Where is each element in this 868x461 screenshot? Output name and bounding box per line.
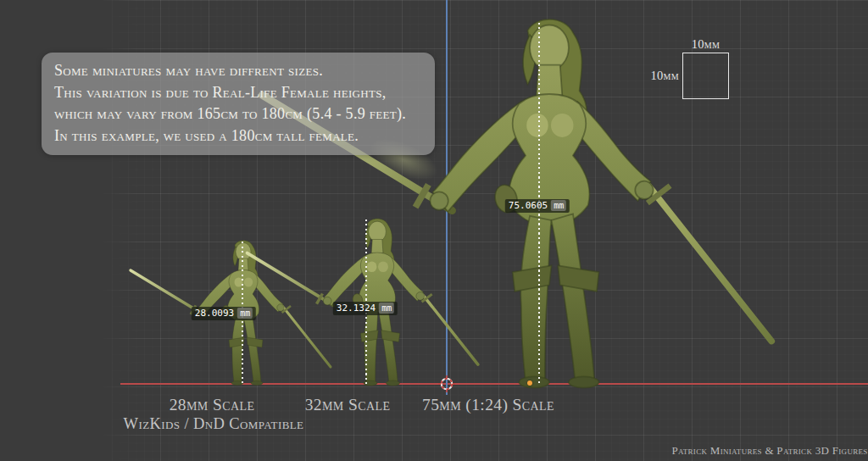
scale-label-32mm: 32mm Scale (305, 396, 391, 414)
measurement-label-32mm: 32.1324mm (333, 302, 398, 315)
measurement-unit: mm (551, 200, 566, 211)
blender-viewport[interactable]: { "scene": { "background_color": "#3b3b3… (0, 0, 868, 461)
info-line-2: This variation is due to Real-Life Femal… (54, 82, 435, 104)
measurement-label-28mm: 28.0093mm (192, 307, 256, 320)
info-line-3: which may vary from 165cm to 180cm (5.4 … (54, 103, 435, 125)
scale-label-28mm: 28mm Scale (170, 396, 255, 414)
3d-cursor[interactable] (437, 375, 456, 393)
scale-label-75mm: 75mm (1:24) Scale (422, 396, 554, 414)
measurement-value: 28.0093 (195, 308, 234, 319)
object-origin-dot (527, 380, 532, 386)
credit-text: Patrick Miniatures & Patrick 3D Figures (671, 444, 867, 458)
measurement-value: 75.0605 (509, 200, 548, 211)
info-line-1: Some miniatures may have diffrent sizes. (54, 60, 435, 82)
info-line-4: In this example, we used a 180cm tall fe… (54, 125, 435, 147)
measurement-value: 32.1324 (337, 303, 376, 314)
compat-label-28mm: WizKids / DnD Compatible (124, 415, 304, 433)
measurement-unit: mm (237, 308, 253, 319)
reference-square-side-label: 10mm (628, 69, 679, 83)
measurement-unit: mm (379, 303, 394, 314)
measurement-label-75mm: 75.0605mm (505, 199, 570, 213)
reference-square-10mm (682, 53, 729, 99)
info-box: Some miniatures may have diffrent sizes.… (42, 53, 435, 155)
reference-square-top-label: 10mm (682, 37, 729, 52)
